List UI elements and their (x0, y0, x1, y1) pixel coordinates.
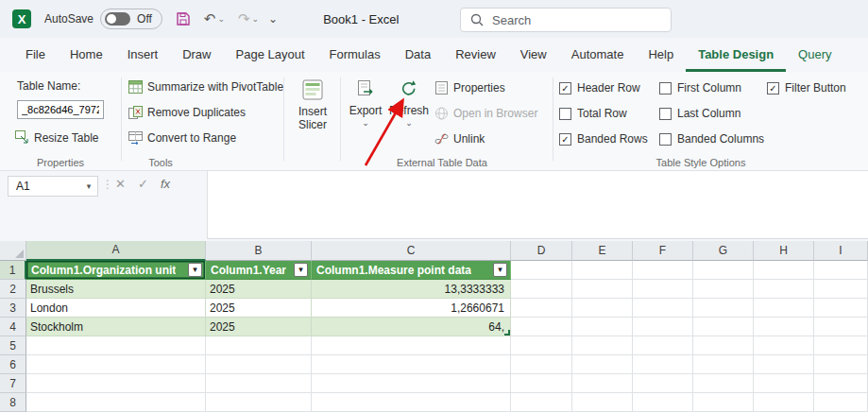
checkbox-last-column[interactable]: Last Column (659, 107, 740, 120)
cell-i4[interactable] (814, 318, 868, 336)
cell-b6[interactable] (206, 355, 312, 374)
cell-i8[interactable] (814, 393, 868, 412)
cell-e6[interactable] (572, 355, 633, 374)
cell-c7[interactable] (312, 374, 511, 393)
row-header-6[interactable]: 6 (0, 355, 26, 374)
checkbox-filter-button[interactable]: ✓Filter Button (767, 81, 846, 95)
cell-f3[interactable] (633, 299, 693, 318)
checkbox-header-row[interactable]: ✓Header Row (559, 81, 640, 95)
cell-c8[interactable] (312, 393, 511, 412)
cell-b5[interactable] (206, 336, 312, 355)
remove-duplicates-button[interactable]: Remove Duplicates (128, 106, 246, 119)
cell-i5[interactable] (814, 336, 868, 355)
row-header-3[interactable]: 3 (0, 299, 26, 318)
row-header-8[interactable]: 8 (0, 393, 26, 412)
cell-b8[interactable] (206, 393, 312, 412)
checkbox-box[interactable]: ✓ (559, 133, 571, 146)
cell-f6[interactable] (633, 355, 693, 374)
formula-bar-splitter[interactable]: ⋮ (102, 178, 113, 191)
row-header-5[interactable]: 5 (0, 336, 26, 355)
cell-e7[interactable] (572, 374, 633, 393)
unlink-button[interactable]: Unlink (434, 132, 485, 146)
name-box-dropdown-icon[interactable]: ▾ (80, 181, 97, 191)
tab-data[interactable]: Data (393, 38, 443, 72)
cell-e5[interactable] (572, 336, 633, 355)
checkbox-box[interactable] (659, 108, 672, 120)
cell-f7[interactable] (633, 374, 693, 393)
cell-b1[interactable]: Column1.Year▾ (206, 261, 312, 280)
save-button[interactable] (176, 11, 191, 26)
cell-g3[interactable] (693, 299, 754, 318)
cell-a8[interactable] (26, 393, 206, 412)
cell-i2[interactable] (814, 280, 868, 299)
cell-f8[interactable] (633, 393, 693, 412)
select-all-corner[interactable] (0, 241, 26, 261)
external-properties-button[interactable]: Properties (434, 81, 505, 95)
checkbox-box[interactable] (559, 108, 571, 120)
column-header-a[interactable]: A (26, 241, 206, 261)
enter-button[interactable]: ✓ (138, 177, 148, 191)
refresh-button[interactable]: Refresh ⌄ (387, 79, 431, 128)
checkbox-box[interactable] (659, 82, 672, 95)
checkbox-banded-columns[interactable]: Banded Columns (659, 132, 764, 146)
cell-i6[interactable] (814, 355, 868, 374)
cancel-button[interactable]: ✕ (115, 177, 126, 191)
cell-i1[interactable] (814, 261, 868, 280)
undo-button[interactable]: ↶ ⌄ (204, 10, 225, 27)
cell-e4[interactable] (572, 318, 633, 336)
search-input[interactable]: Search (460, 8, 672, 32)
toggle-switch-icon[interactable] (105, 12, 130, 26)
cell-c6[interactable] (312, 355, 511, 374)
cell-f5[interactable] (633, 336, 693, 355)
column-header-d[interactable]: D (511, 241, 572, 261)
column-header-i[interactable]: I (814, 241, 868, 261)
checkbox-banded-rows[interactable]: ✓Banded Rows (559, 132, 648, 146)
filter-button[interactable]: ▾ (493, 263, 507, 277)
row-header-4[interactable]: 4 (0, 318, 26, 336)
column-header-g[interactable]: G (693, 241, 754, 261)
formula-input[interactable] (207, 171, 868, 239)
autosave-toggle[interactable]: Off (100, 9, 162, 29)
filter-button[interactable]: ▾ (188, 263, 202, 277)
filter-button[interactable]: ▾ (294, 263, 308, 277)
tab-formulas[interactable]: Formulas (317, 38, 393, 72)
tab-insert[interactable]: Insert (115, 38, 171, 72)
checkbox-box[interactable]: ✓ (559, 82, 571, 95)
cell-h1[interactable] (754, 261, 814, 280)
row-header-1[interactable]: 1 (0, 261, 26, 280)
cell-c4[interactable]: 64, (312, 318, 511, 336)
cell-d3[interactable] (511, 299, 572, 318)
name-box[interactable]: A1 ▾ (8, 176, 98, 197)
tab-help[interactable]: Help (636, 38, 686, 72)
tab-view[interactable]: View (508, 38, 559, 72)
cell-c2[interactable]: 13,3333333 (312, 280, 511, 299)
column-header-c[interactable]: C (312, 241, 511, 261)
row-header-2[interactable]: 2 (0, 280, 26, 299)
cell-d2[interactable] (511, 280, 572, 299)
cell-f4[interactable] (633, 318, 693, 336)
column-header-b[interactable]: B (206, 241, 312, 261)
cell-d5[interactable] (511, 336, 572, 355)
cell-h5[interactable] (754, 336, 814, 355)
tab-automate[interactable]: Automate (559, 38, 637, 72)
cell-g6[interactable] (693, 355, 754, 374)
open-in-browser-button[interactable]: Open in Browser (434, 107, 537, 120)
checkbox-first-column[interactable]: First Column (659, 81, 741, 95)
column-header-e[interactable]: E (572, 241, 633, 261)
cell-h2[interactable] (754, 280, 814, 299)
quick-access-toolbar-chevron-icon[interactable]: ⌄ (268, 12, 278, 26)
cell-e2[interactable] (572, 280, 633, 299)
table-name-input[interactable] (17, 100, 104, 119)
cell-e1[interactable] (572, 261, 633, 280)
cell-b2[interactable]: 2025 (206, 280, 312, 299)
cell-g4[interactable] (693, 318, 754, 336)
resize-table-button[interactable]: Resize Table (15, 130, 98, 145)
cell-e8[interactable] (572, 393, 633, 412)
cell-g8[interactable] (693, 393, 754, 412)
convert-to-range-button[interactable]: Convert to Range (128, 131, 236, 145)
cell-c3[interactable]: 1,2660671 (312, 299, 511, 318)
cell-g7[interactable] (693, 374, 754, 393)
column-header-h[interactable]: H (754, 241, 814, 261)
cell-i7[interactable] (814, 374, 868, 393)
cell-b3[interactable]: 2025 (206, 299, 312, 318)
